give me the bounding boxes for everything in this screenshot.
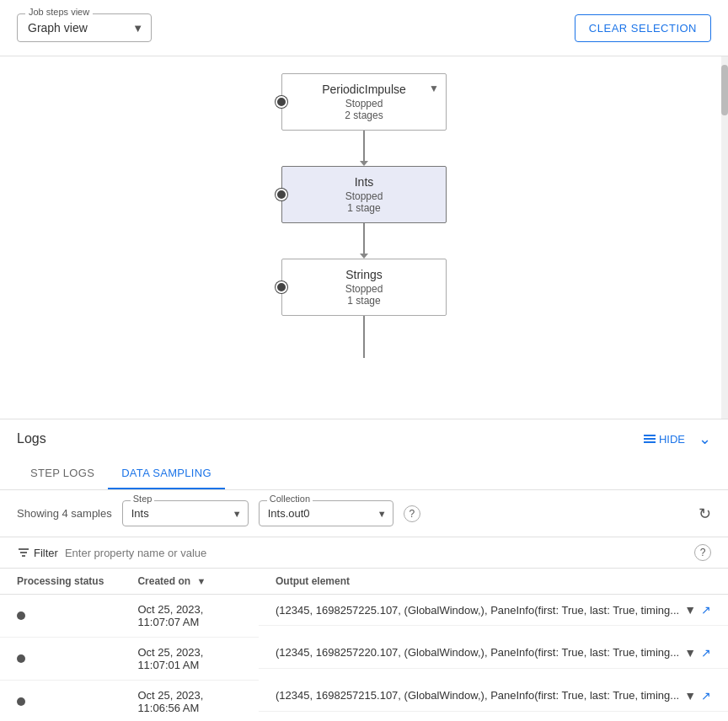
- filter-icon-label: Filter: [17, 546, 58, 559]
- refresh-button[interactable]: ↻: [699, 505, 711, 523]
- status-cell: [0, 595, 120, 638]
- output-text: (12345, 1698257220.107, (GlobalWindow,),…: [276, 646, 679, 659]
- node-bullet-icon: [276, 96, 287, 108]
- logs-header: Logs HIDE ⌄: [0, 419, 728, 458]
- row-expand-button[interactable]: ▼: [684, 646, 696, 660]
- data-table: Processing status Created on ▼ Output el…: [0, 569, 728, 721]
- filter-label: Filter: [34, 547, 58, 559]
- collection-select[interactable]: Ints.out0: [259, 500, 393, 526]
- scrollbar-thumb[interactable]: [721, 65, 728, 115]
- connector-line: [363, 223, 365, 254]
- created-on-cell: Oct 25, 2023, 11:07:01 AM: [120, 638, 259, 681]
- filter-row: Filter ?: [0, 537, 728, 569]
- node-bullet-icon: [276, 189, 287, 200]
- table-row: Oct 25, 2023, 11:06:56 AM (12345, 169825…: [0, 681, 728, 722]
- tabs-row: STEP LOGS DATA SAMPLING: [0, 458, 728, 490]
- col-output-element: Output element: [259, 569, 728, 595]
- view-selector-wrapper: Job steps view Graph view ▼: [17, 13, 152, 42]
- row-expand-button[interactable]: ▼: [684, 603, 696, 617]
- tab-data-sampling[interactable]: DATA SAMPLING: [108, 458, 225, 489]
- row-external-link-button[interactable]: ↗: [701, 646, 711, 660]
- col-created-on[interactable]: Created on ▼: [120, 569, 259, 595]
- logs-panel: Logs HIDE ⌄ STEP LOGS DATA SAMPLING Show…: [0, 419, 728, 721]
- graph-nodes: ▼ PeriodicImpulse Stopped 2 stages Ints …: [281, 73, 447, 358]
- created-on-cell: Oct 25, 2023, 11:07:07 AM: [120, 595, 259, 638]
- status-dot: [17, 697, 25, 706]
- view-selector[interactable]: Graph view: [17, 13, 152, 42]
- logs-title: Logs: [17, 431, 46, 446]
- step-field-group: Step Ints PeriodicImpulse Strings ▼: [122, 500, 249, 526]
- scrollbar-track[interactable]: [721, 56, 728, 419]
- clear-selection-button[interactable]: CLEAR SELECTION: [575, 14, 711, 42]
- filter-help-icon[interactable]: ?: [694, 544, 711, 561]
- node-substatus: 1 stage: [347, 202, 380, 214]
- node-status: Stopped: [345, 98, 383, 109]
- filter-icon: [17, 546, 30, 559]
- graph-area: ▼ PeriodicImpulse Stopped 2 stages Ints …: [0, 56, 728, 419]
- output-text: (12345, 1698257225.107, (GlobalWindow,),…: [276, 604, 679, 617]
- step-select[interactable]: Ints PeriodicImpulse Strings: [122, 500, 249, 526]
- status-cell: [0, 638, 120, 681]
- output-cell: (12345, 1698257225.107, (GlobalWindow,),…: [259, 595, 728, 626]
- node-status: Stopped: [345, 190, 383, 202]
- output-cell: (12345, 1698257215.107, (GlobalWindow,),…: [259, 681, 728, 712]
- output-text: (12345, 1698257215.107, (GlobalWindow,),…: [276, 689, 679, 702]
- collection-help-icon[interactable]: ?: [404, 505, 420, 522]
- connector-line: [363, 316, 365, 358]
- table-row: Oct 25, 2023, 11:07:07 AM (12345, 169825…: [0, 595, 728, 638]
- node-substatus: 1 stage: [347, 295, 380, 307]
- collection-field-label: Collection: [267, 494, 313, 504]
- node-ints[interactable]: Ints Stopped 1 stage: [281, 166, 447, 223]
- collection-field-group: Collection Ints.out0 ▼: [259, 500, 393, 526]
- hide-button[interactable]: HIDE: [644, 433, 685, 446]
- step-field-label: Step: [131, 494, 155, 504]
- row-expand-button[interactable]: ▼: [684, 689, 696, 702]
- tab-step-logs[interactable]: STEP LOGS: [17, 458, 108, 489]
- row-external-link-button[interactable]: ↗: [701, 603, 711, 617]
- view-selector-label: Job steps view: [25, 7, 93, 17]
- output-cell: (12345, 1698257220.107, (GlobalWindow,),…: [259, 638, 728, 669]
- sort-desc-icon: ▼: [196, 576, 206, 586]
- status-cell: [0, 681, 120, 722]
- hide-label: HIDE: [659, 433, 685, 446]
- node-periodic-impulse[interactable]: ▼ PeriodicImpulse Stopped 2 stages: [281, 73, 447, 131]
- created-on-cell: Oct 25, 2023, 11:06:56 AM: [120, 681, 259, 722]
- table-body: Oct 25, 2023, 11:07:07 AM (12345, 169825…: [0, 595, 728, 722]
- connector-line: [363, 131, 365, 161]
- node-title: PeriodicImpulse: [322, 83, 406, 96]
- expand-logs-icon[interactable]: ⌄: [699, 430, 711, 448]
- toolbar: Job steps view Graph view ▼ CLEAR SELECT…: [0, 0, 728, 56]
- node-title: Strings: [345, 268, 383, 281]
- table-row: Oct 25, 2023, 11:07:01 AM (12345, 169825…: [0, 638, 728, 681]
- filter-input[interactable]: [65, 547, 694, 559]
- controls-row: Showing 4 samples Step Ints PeriodicImpu…: [0, 490, 728, 537]
- showing-label: Showing 4 samples: [17, 507, 112, 520]
- node-status: Stopped: [345, 283, 383, 295]
- col-processing-status: Processing status: [0, 569, 120, 595]
- row-external-link-button[interactable]: ↗: [701, 689, 711, 702]
- filter-left: Filter: [17, 546, 694, 559]
- node-title: Ints: [355, 175, 374, 189]
- node-bullet-icon: [276, 281, 287, 293]
- table-header: Processing status Created on ▼ Output el…: [0, 569, 728, 595]
- node-substatus: 2 stages: [345, 109, 383, 121]
- node-strings[interactable]: Strings Stopped 1 stage: [281, 259, 447, 316]
- chevron-down-icon[interactable]: ▼: [429, 83, 439, 94]
- status-dot: [17, 612, 25, 620]
- status-dot: [17, 654, 25, 663]
- hide-lines-icon: [644, 435, 656, 443]
